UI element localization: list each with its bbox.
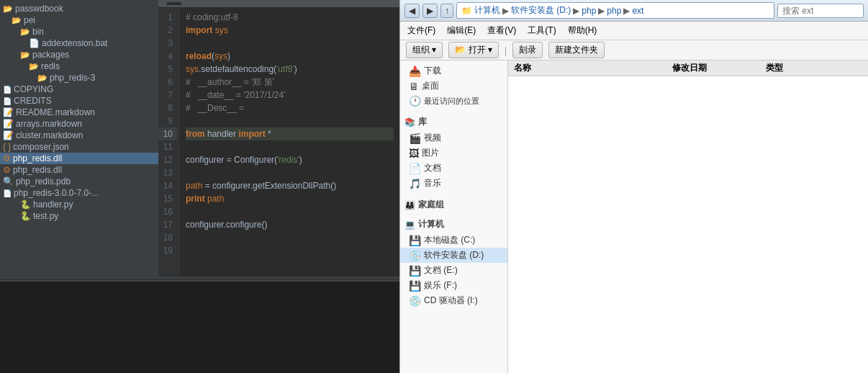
menu-view[interactable]: 查看(V) <box>484 23 519 38</box>
folder-icon: 📂 <box>29 62 39 71</box>
nav-disk-e[interactable]: 💾 文档 (E:) <box>400 263 507 278</box>
up-button[interactable]: ↑ <box>440 4 453 18</box>
code-line-16 <box>186 205 394 218</box>
py-icon: 🐍 <box>20 211 31 221</box>
address-part-1[interactable]: 软件安装盘 (D:) <box>511 4 571 17</box>
line-number-9: 9 <box>158 114 177 127</box>
file-tree[interactable]: 📂passwdbook📂pei📂bin📄addextension.bat📂pac… <box>0 0 158 277</box>
library-icon: 📚 <box>404 117 415 127</box>
code-area[interactable]: 12345678910111213141516171819 # coding:u… <box>158 8 399 277</box>
code-line-18 <box>186 231 394 244</box>
address-part-4[interactable]: ext <box>632 6 643 16</box>
tree-item-php_redis_pdb[interactable]: 🔍php_redis.pdb <box>0 176 158 187</box>
menu-help[interactable]: 帮助(H) <box>565 23 600 38</box>
nav-picture[interactable]: 🖼 图片 <box>400 145 507 161</box>
code-editor: 12345678910111213141516171819 # coding:u… <box>158 0 399 277</box>
line-number-17: 17 <box>158 218 177 231</box>
tree-item-php_redis3[interactable]: 📂php_redis-3 <box>0 72 158 84</box>
code-line-7: # __date__ = '2017/1/24' <box>186 89 394 102</box>
nav-local-c[interactable]: 💾 本地磁盘 (C:) <box>400 233 507 248</box>
tree-item-redis[interactable]: 📂redis <box>0 60 158 72</box>
nav-video[interactable]: 🎬 视频 <box>400 130 507 145</box>
tree-item-arrays[interactable]: 📝arrays.markdown <box>0 118 158 130</box>
menu-edit[interactable]: 编辑(E) <box>444 23 479 38</box>
tree-item-handler_py[interactable]: 🐍handler.py <box>0 199 158 210</box>
tree-item-php_redis_307[interactable]: 📄php_redis-3.0.0-7.0-... <box>0 187 158 199</box>
tree-item-packages[interactable]: 📂packages <box>0 49 158 60</box>
disk-e-icon: 💾 <box>409 265 421 277</box>
code-line-3 <box>186 37 394 50</box>
code-line-17: configurer.configure() <box>186 218 394 231</box>
py-icon: 🐍 <box>20 199 31 210</box>
code-lines: # coding:utf-8import sys reload(sys)sys.… <box>180 8 399 277</box>
forward-button[interactable]: ▶ <box>422 4 438 18</box>
nav-music[interactable]: 🎵 音乐 <box>400 176 507 191</box>
picture-icon: 🖼 <box>409 148 419 159</box>
tree-item-passwdbook[interactable]: 📂passwdbook <box>0 3 158 14</box>
burn-button[interactable]: 刻录 <box>512 42 543 58</box>
code-line-11 <box>186 140 394 153</box>
md-icon: 📝 <box>3 130 14 140</box>
video-icon: 🎬 <box>409 132 421 144</box>
col-header-type[interactable]: 类型 <box>760 62 818 74</box>
nav-disk-d[interactable]: 💿 软件安装盘 (D:) <box>400 248 507 263</box>
new-folder-button[interactable]: 新建文件夹 <box>548 42 605 58</box>
tree-item-test_py[interactable]: 🐍test.py <box>0 210 158 222</box>
address-part-2[interactable]: php <box>582 6 596 16</box>
explorer-toolbar: ◀ ▶ ↑ 📁 计算机 ▶ 软件安装盘 (D:) ▶ php ▶ php ▶ e… <box>400 0 868 22</box>
disk-i-icon: 💿 <box>409 295 421 307</box>
disk-f-icon: 💾 <box>409 280 421 292</box>
tree-item-cluster[interactable]: 📝cluster.markdown <box>0 130 158 141</box>
dll-icon: ⚙ <box>3 153 11 163</box>
nav-download[interactable]: 📥 下载 <box>400 63 507 78</box>
explorer-menu: 文件(F) 编辑(E) 查看(V) 工具(T) 帮助(H) <box>400 22 868 40</box>
col-header-date[interactable]: 修改日期 <box>666 62 760 74</box>
library-header[interactable]: 📚 库 <box>400 114 507 130</box>
tree-item-COPYING[interactable]: 📄COPYING <box>0 84 158 95</box>
line-number-11: 11 <box>158 140 177 153</box>
open-button[interactable]: 📂 打开 ▾ <box>448 42 499 58</box>
organize-button[interactable]: 组织 ▾ <box>406 42 443 58</box>
nav-desktop[interactable]: 🖥 桌面 <box>400 78 507 94</box>
line-number-14: 14 <box>158 179 177 192</box>
file-list[interactable]: 名称 修改日期 类型 <box>508 60 868 373</box>
nav-disk-f[interactable]: 💾 娱乐 (F:) <box>400 278 507 293</box>
line-number-8: 8 <box>158 102 177 114</box>
back-button[interactable]: ◀ <box>404 4 420 18</box>
code-line-2: import sys <box>186 24 394 37</box>
tree-item-pei[interactable]: 📂pei <box>0 14 158 26</box>
homegroup-header[interactable]: 👨‍👩‍👧 家庭组 <box>400 197 507 213</box>
terminal[interactable] <box>0 280 399 373</box>
tree-item-bin[interactable]: 📂bin <box>0 26 158 37</box>
code-line-19 <box>186 244 394 257</box>
homegroup-icon: 👨‍👩‍👧 <box>404 200 415 210</box>
menu-tools[interactable]: 工具(T) <box>525 23 559 38</box>
nav-document[interactable]: 📄 文档 <box>400 161 507 176</box>
nav-disk-i[interactable]: 💿 CD 驱动器 (I:) <box>400 293 507 308</box>
tree-item-php_redis_dll2[interactable]: ⚙php_redis.dll <box>0 164 158 176</box>
tree-item-addextension[interactable]: 📄addextension.bat <box>0 37 158 49</box>
nav-recent[interactable]: 🕐 最近访问的位置 <box>400 94 507 108</box>
address-part-0[interactable]: 计算机 <box>474 4 500 17</box>
folder-icon: 📂 <box>37 73 48 83</box>
menu-file[interactable]: 文件(F) <box>404 23 438 38</box>
code-line-15: print path <box>186 192 394 205</box>
address-part-3[interactable]: php <box>607 6 621 16</box>
folder-icon: 📂 <box>20 27 30 37</box>
tree-item-composer[interactable]: { }composer.json <box>0 141 158 153</box>
tree-item-php_redis_dll[interactable]: ⚙php_redis.dll <box>0 153 158 164</box>
bat-icon: 📄 <box>29 38 40 48</box>
active-tab[interactable] <box>167 2 181 5</box>
search-input[interactable] <box>777 4 864 18</box>
tree-item-CREDITS[interactable]: 📄CREDITS <box>0 95 158 107</box>
line-number-4: 4 <box>158 50 177 63</box>
file-icon: 📄 <box>3 86 12 94</box>
address-bar: 📁 计算机 ▶ 软件安装盘 (D:) ▶ php ▶ php ▶ ext <box>456 2 774 19</box>
explorer-actions: 组织 ▾ 📂 打开 ▾ | 刻录 新建文件夹 <box>400 40 868 60</box>
md-icon: 📝 <box>3 119 14 129</box>
computer-header[interactable]: 💻 计算机 <box>400 216 507 233</box>
explorer-content: 📥 下载 🖥 桌面 🕐 最近访问的位置 📚 库 🎬 视频 🖼 <box>400 60 868 373</box>
col-header-name[interactable]: 名称 <box>508 62 666 74</box>
tree-item-README[interactable]: 📝README.markdown <box>0 107 158 118</box>
file-icon: 📄 <box>3 97 12 105</box>
